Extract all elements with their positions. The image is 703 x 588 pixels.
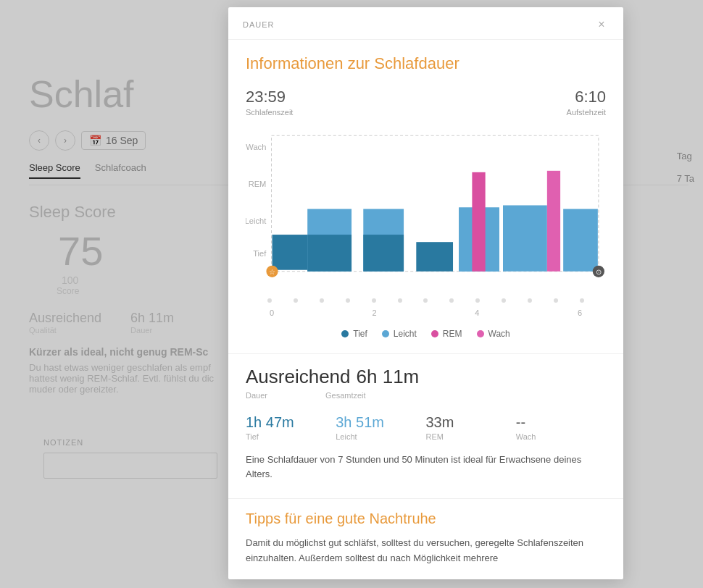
legend-wach-dot <box>477 330 484 337</box>
legend-tief-dot <box>341 330 349 337</box>
legend-rem-dot <box>431 330 438 337</box>
stage-tief: 1h 47m Tief <box>246 414 336 441</box>
chart-dot <box>346 298 350 303</box>
chart-dot <box>267 298 272 303</box>
bedtime-block: 23:59 Schlafenszeit <box>246 88 293 117</box>
stage-leicht-label: Leicht <box>336 432 425 441</box>
stage-leicht-value: 3h 51m <box>336 414 425 431</box>
svg-rect-9 <box>363 235 404 272</box>
legend-rem-label: REM <box>443 329 462 339</box>
stage-wach-label: Wach <box>516 432 606 441</box>
waketime-value: 6:10 <box>567 88 606 106</box>
x-label-4: 4 <box>470 308 484 317</box>
chart-dot <box>528 298 532 303</box>
chart-svg: Wach REM Leicht Tief <box>246 128 606 290</box>
modal-body[interactable]: Informationen zur Schlafdauer 23:59 Schl… <box>228 40 623 579</box>
stage-wach-value: -- <box>516 414 606 431</box>
legend-wach: Wach <box>477 329 510 339</box>
svg-rect-16 <box>563 209 598 272</box>
svg-text:Leicht: Leicht <box>246 217 267 225</box>
x-label-3 <box>418 308 433 317</box>
legend-tief: Tief <box>341 329 367 339</box>
svg-rect-7 <box>307 235 352 272</box>
modal-header-title: DAUER <box>243 20 275 29</box>
legend-leicht: Leicht <box>382 329 417 339</box>
chart-dot <box>502 298 506 303</box>
info-text: Eine Schlafdauer von 7 Stunden und 50 Mi… <box>246 453 606 481</box>
svg-rect-14 <box>503 205 547 271</box>
chart-dot <box>554 298 558 303</box>
chart-dot <box>449 298 454 303</box>
x-label-0: 0 <box>265 308 279 317</box>
svg-text:Tief: Tief <box>253 249 267 258</box>
bedtime-label: Schlafenszeit <box>246 108 293 117</box>
stages-row: 1h 47m Tief 3h 51m Leicht 33m REM -- Wac… <box>246 414 606 441</box>
svg-rect-5 <box>273 235 308 270</box>
stage-rem: 33m REM <box>426 414 516 441</box>
tips-title: Tipps für eine gute Nachtruhe <box>246 511 606 527</box>
svg-rect-10 <box>416 242 453 272</box>
modal-header: DAUER × <box>228 7 623 40</box>
tips-text: Damit du möglichst gut schläfst, solltes… <box>246 536 606 566</box>
dauer-label: Dauer <box>246 391 267 400</box>
legend-tief-label: Tief <box>353 329 367 339</box>
x-label-6: 6 <box>573 308 587 317</box>
waketime-label: Aufstehzeit <box>567 108 606 117</box>
chart-dot <box>580 298 584 303</box>
chart-dot <box>320 298 324 303</box>
summary-quality: Ausreichend <box>246 366 351 388</box>
sleep-duration-modal: DAUER × Informationen zur Schlafdauer 23… <box>228 7 623 579</box>
svg-text:Wach: Wach <box>246 143 266 151</box>
legend-leicht-label: Leicht <box>394 329 417 339</box>
svg-text:REM: REM <box>249 180 267 188</box>
legend-wach-label: Wach <box>488 329 510 339</box>
waketime-block: 6:10 Aufstehzeit <box>567 88 606 117</box>
svg-rect-15 <box>547 171 560 272</box>
sleep-times: 23:59 Schlafenszeit 6:10 Aufstehzeit <box>246 88 606 117</box>
gesamtzeit-label: Gesamtzeit <box>325 391 366 400</box>
chart-dot <box>475 298 480 303</box>
stage-tief-value: 1h 47m <box>246 414 336 431</box>
divider-2 <box>228 498 623 499</box>
chart-x-labels: 0 2 4 6 <box>246 308 606 317</box>
x-label-1 <box>316 308 330 317</box>
stage-wach: -- Wach <box>516 414 606 441</box>
summary-row: Ausreichend 6h 11m <box>246 366 606 388</box>
x-label-2: 2 <box>367 308 382 317</box>
legend-leicht-dot <box>382 330 389 337</box>
modal-title: Informationen zur Schlafdauer <box>246 54 606 73</box>
stage-leicht: 3h 51m Leicht <box>336 414 425 441</box>
stage-rem-label: REM <box>426 432 516 441</box>
x-label-5 <box>521 308 536 317</box>
divider-1 <box>228 353 623 354</box>
chart-dot <box>294 298 298 303</box>
chart-dot <box>423 298 428 303</box>
stage-rem-value: 33m <box>426 414 516 431</box>
chart-dots-row <box>246 295 606 306</box>
chart-dot <box>398 298 402 303</box>
chart-dot <box>372 298 376 303</box>
sleep-chart: Wach REM Leicht Tief <box>246 128 606 290</box>
svg-text:☆: ☆ <box>269 268 275 276</box>
svg-rect-13 <box>472 172 485 272</box>
bedtime-value: 23:59 <box>246 88 293 106</box>
stage-tief-label: Tief <box>246 432 336 441</box>
chart-legend: Tief Leicht REM Wach <box>246 329 606 339</box>
legend-rem: REM <box>431 329 462 339</box>
svg-text:⊙: ⊙ <box>596 268 602 276</box>
summary-total: 6h 11m <box>357 366 420 388</box>
modal-close-button[interactable]: × <box>594 17 609 32</box>
summary-labels: Dauer Gesamtzeit <box>246 391 606 400</box>
